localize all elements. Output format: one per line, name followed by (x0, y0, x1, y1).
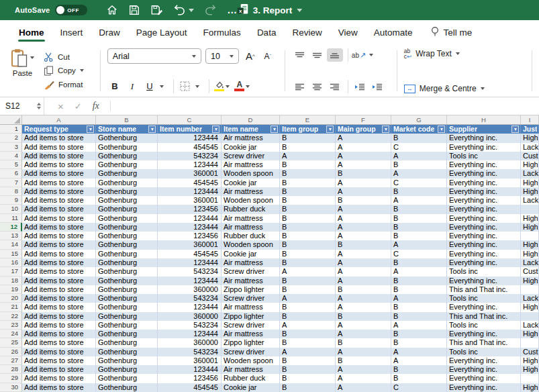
grid-cell[interactable]: 454545 (158, 143, 222, 152)
grid-cell[interactable]: Air mattress (222, 303, 280, 311)
grid-cell[interactable]: Air mattress (222, 214, 280, 223)
grid-cell[interactable]: Add items to store (22, 312, 96, 321)
grid-cell[interactable]: High (521, 303, 539, 311)
grid-cell[interactable]: A (336, 383, 391, 392)
table-header-cell[interactable]: Store name (96, 125, 158, 134)
grid-cell[interactable]: High (521, 160, 539, 169)
italic-button[interactable]: I (125, 79, 140, 93)
grid-cell[interactable]: Add items to store (22, 134, 96, 142)
grid-cell[interactable]: A (336, 152, 391, 160)
grid-cell[interactable]: Tools inc (447, 152, 521, 160)
grid-cell[interactable]: Add items to store (22, 294, 96, 303)
grid-cell[interactable]: A (336, 205, 391, 213)
save-as-icon[interactable] (150, 4, 163, 16)
grid-cell[interactable]: A (280, 294, 336, 303)
orientation-button[interactable]: ab↗ (352, 51, 366, 60)
grid-cell[interactable]: B (336, 338, 391, 347)
grid-cell[interactable]: A (391, 152, 447, 160)
row-header-17[interactable]: 17 (0, 267, 22, 276)
font-color-button[interactable]: A (234, 81, 246, 91)
grid-cell[interactable]: Gothenburg (96, 267, 158, 276)
grid-cell[interactable]: B (280, 250, 336, 258)
grid-cell[interactable]: Gothenburg (96, 383, 158, 392)
grid-cell[interactable]: Add items to store (22, 348, 96, 356)
ribbon-tab-view[interactable]: View (330, 21, 366, 45)
grid-cell[interactable]: Everything inc. (447, 232, 521, 240)
grid-cell[interactable]: 123456 (158, 374, 222, 383)
grid-cell[interactable]: Lack (521, 294, 539, 303)
grid-cell[interactable]: Gothenburg (96, 187, 158, 196)
grid-cell[interactable]: B (391, 134, 447, 142)
undo-icon[interactable] (173, 4, 194, 16)
decrease-indent-button[interactable] (352, 80, 368, 93)
grid-cell[interactable]: B (391, 330, 447, 338)
grid-cell[interactable]: Everything inc. (447, 187, 521, 196)
grid-cell[interactable]: Gothenburg (96, 205, 158, 213)
row-header-29[interactable]: 29 (0, 374, 22, 383)
grid-cell[interactable] (521, 285, 539, 294)
grid-cell[interactable]: Add items to store (22, 250, 96, 258)
grid-cell[interactable]: Everything inc. (447, 169, 521, 178)
row-header-8[interactable]: 8 (0, 187, 22, 196)
grid-cell[interactable]: High (521, 187, 539, 196)
grid-cell[interactable]: Add items to store (22, 223, 96, 232)
wrap-text-button[interactable]: abc↩ Wrap Text (404, 48, 525, 59)
align-bottom-button[interactable] (327, 48, 343, 62)
grid-cell[interactable]: Screw driver (222, 267, 280, 276)
home-icon[interactable] (106, 4, 118, 16)
column-header-I[interactable]: I (521, 115, 539, 124)
grid-cell[interactable]: Zippo lighter (222, 285, 280, 294)
grid-cell[interactable]: B (391, 285, 447, 294)
grid-cell[interactable]: B (280, 374, 336, 383)
row-header-11[interactable]: 11 (0, 214, 22, 223)
grid-cell[interactable]: B (280, 312, 336, 321)
fill-color-chevron-icon[interactable] (226, 85, 230, 88)
grid-cell[interactable]: Everything inc. (447, 356, 521, 365)
grid-cell[interactable]: Zippo lighter (222, 312, 280, 321)
table-header-cell[interactable]: Request type (22, 125, 96, 134)
grid-cell[interactable]: B (391, 303, 447, 311)
table-header-cell[interactable]: Just (521, 125, 539, 134)
grid-cell[interactable]: B (336, 196, 391, 205)
spinner-up-icon[interactable] (37, 103, 41, 105)
grid-cell[interactable]: Air mattress (222, 258, 280, 267)
grid-cell[interactable]: A (336, 179, 391, 187)
grid-cell[interactable]: High (521, 134, 539, 142)
grid-cell[interactable]: Everything inc. (447, 134, 521, 142)
grid-cell[interactable]: High (521, 240, 539, 249)
row-header-23[interactable]: 23 (0, 321, 22, 330)
grid-cell[interactable]: A (336, 374, 391, 383)
row-header-22[interactable]: 22 (0, 312, 22, 321)
grid-cell[interactable]: B (280, 232, 336, 240)
grid-cell[interactable]: Gothenburg (96, 285, 158, 294)
cancel-entry-icon[interactable]: × (58, 101, 64, 112)
grid-cell[interactable]: High (521, 223, 539, 232)
grid-cell[interactable]: Gothenburg (96, 223, 158, 232)
row-header-6[interactable]: 6 (0, 169, 22, 178)
row-header-18[interactable]: 18 (0, 277, 22, 285)
grid-cell[interactable]: Air mattress (222, 223, 280, 232)
grid-cell[interactable]: B (280, 223, 336, 232)
grid-cell[interactable]: 123444 (158, 134, 222, 142)
column-header-A[interactable]: A (22, 115, 96, 124)
select-all-corner[interactable] (0, 115, 22, 124)
grid-cell[interactable]: B (391, 258, 447, 267)
grid-cell[interactable]: 360000 (158, 312, 222, 321)
grid-cell[interactable]: Gothenburg (96, 277, 158, 285)
row-header-9[interactable]: 9 (0, 196, 22, 205)
row-header-5[interactable]: 5 (0, 160, 22, 169)
row-header-24[interactable]: 24 (0, 330, 22, 338)
column-header-F[interactable]: F (336, 115, 391, 124)
grid-cell[interactable]: Add items to store (22, 187, 96, 196)
ribbon-tab-automate[interactable]: Automate (366, 21, 421, 45)
grid-cell[interactable]: B (280, 205, 336, 213)
grid-cell[interactable]: Gothenburg (96, 312, 158, 321)
grid-cell[interactable]: Gothenburg (96, 330, 158, 338)
grid-cell[interactable]: 123456 (158, 232, 222, 240)
grid-cell[interactable]: Add items to store (22, 143, 96, 152)
grid-cell[interactable]: A (280, 152, 336, 160)
grid-cell[interactable]: A (336, 348, 391, 356)
grid-cell[interactable]: Rubber duck (222, 374, 280, 383)
grid-cell[interactable]: Gothenburg (96, 152, 158, 160)
grid-cell[interactable]: A (391, 348, 447, 356)
